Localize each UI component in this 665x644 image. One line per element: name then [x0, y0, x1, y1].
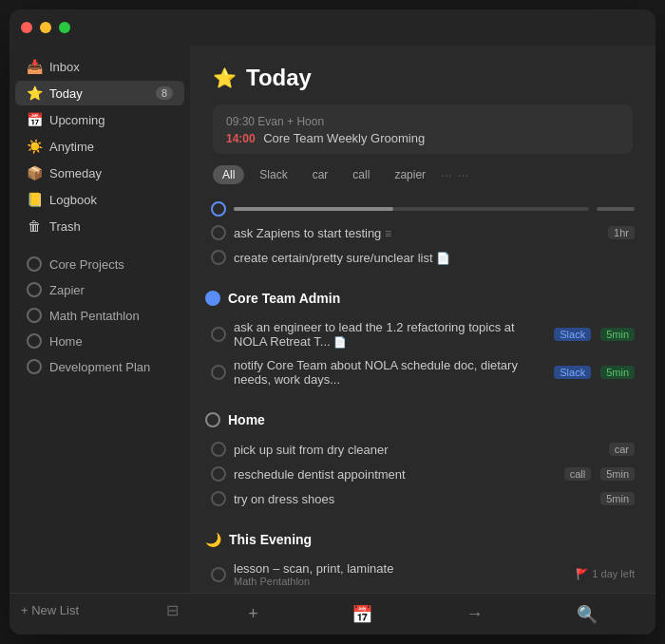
task-tag-5min-4: 5min — [600, 492, 635, 505]
moon-icon: 🌙 — [205, 532, 221, 547]
task-tag-slack-2: Slack — [554, 366, 591, 379]
sidebar-label-home: Home — [49, 334, 83, 349]
sidebar-item-inbox[interactable]: 📥 Inbox — [15, 54, 184, 79]
task-row[interactable]: reschedule dentist appointment call 5min — [205, 462, 640, 486]
anytime-icon: ☀️ — [27, 139, 42, 154]
progress-checkbox[interactable] — [211, 201, 226, 217]
core-team-icon — [205, 291, 220, 306]
inbox-icon: 📥 — [27, 59, 42, 74]
sidebar-item-anytime[interactable]: ☀️ Anytime — [15, 134, 184, 159]
task-checkbox[interactable] — [211, 466, 226, 482]
sidebar-item-upcoming[interactable]: 📅 Upcoming — [15, 107, 184, 132]
sidebar-project-math[interactable]: Math Pentathlon — [15, 303, 184, 328]
today-badge: 8 — [156, 86, 173, 100]
progress-bar-wrap — [234, 207, 589, 211]
task-group-home: Home pick up suit from dry cleaner car r… — [205, 410, 640, 511]
task-checkbox[interactable] — [211, 365, 226, 380]
task-text: notify Core Team about NOLA schedule doc… — [234, 358, 544, 387]
new-list-label: + New List — [21, 603, 79, 617]
task-checkbox[interactable] — [211, 567, 226, 582]
calendar-block[interactable]: 09:30 Evan + Hoon 14:00 Core Team Weekly… — [213, 104, 633, 154]
task-text: ask an engineer to lead the 1.2 refactor… — [234, 320, 544, 349]
task-row[interactable]: pick up suit from dry cleaner car — [205, 437, 640, 462]
filter-bar: All Slack car call zapier ··· ··· — [213, 165, 633, 184]
filter-zapier-button[interactable]: zapier — [385, 165, 435, 184]
task-text: try on dress shoes — [234, 492, 591, 506]
task-checkbox[interactable] — [211, 491, 226, 506]
page-title-text: Today — [246, 65, 312, 91]
project-circle-math — [27, 308, 42, 323]
upcoming-icon: 📅 — [27, 112, 42, 127]
task-tag-5min-2: 5min — [600, 366, 635, 379]
add-button[interactable]: + — [240, 600, 266, 628]
sidebar-label-anytime: Anytime — [49, 140, 94, 154]
home-circle-icon — [205, 412, 220, 427]
sidebar-item-logbook[interactable]: 📒 Logbook — [15, 187, 184, 212]
cal-event-title: Core Team Weekly Grooming — [263, 131, 425, 145]
filter-car-button[interactable]: car — [303, 165, 338, 184]
filter-extra-button[interactable]: ··· — [458, 167, 469, 182]
sidebar-project-home[interactable]: Home — [15, 329, 184, 353]
sidebar-label-someday: Someday — [49, 166, 102, 180]
content-header: ⭐ Today 09:30 Evan + Hoon 14:00 Core Tea… — [190, 46, 656, 198]
sidebar-item-today[interactable]: ⭐ Today 8 — [15, 81, 184, 105]
sidebar-label-trash: Trash — [49, 219, 81, 234]
task-checkbox[interactable] — [211, 442, 226, 457]
someday-icon: 📦 — [27, 165, 42, 180]
group-header-evening: 🌙 This Evening — [205, 530, 640, 549]
content-area: ⭐ Today 09:30 Evan + Hoon 14:00 Core Tea… — [190, 46, 656, 635]
progress-row — [205, 198, 640, 220]
task-text: lesson – scan, print, laminate Math Pent… — [234, 561, 568, 587]
filter-icon[interactable]: ⊟ — [166, 601, 179, 619]
group-header-core-team-admin: Core Team Admin — [205, 289, 640, 308]
task-sub-text: Math Pentathlon — [234, 576, 568, 587]
page-title-row: ⭐ Today — [213, 65, 633, 91]
task-row[interactable]: ask an engineer to lead the 1.2 refactor… — [205, 315, 640, 353]
maximize-button[interactable] — [59, 22, 70, 33]
task-checkbox[interactable] — [211, 327, 226, 342]
task-text: pick up suit from dry cleaner — [234, 443, 599, 457]
task-row[interactable]: lesson – scan, print, laminate Math Pent… — [205, 557, 640, 592]
task-row[interactable]: notify Core Team about NOLA schedule doc… — [205, 353, 640, 391]
page-star-icon: ⭐ — [213, 66, 237, 89]
minimize-button[interactable] — [40, 22, 51, 33]
sidebar-project-core[interactable]: Core Projects — [15, 252, 184, 276]
titlebar — [10, 9, 656, 46]
trash-icon: 🗑 — [27, 218, 42, 234]
close-button[interactable] — [21, 22, 32, 33]
task-row[interactable]: ask Zapiens to start testing ≡ 1hr — [205, 220, 640, 245]
task-text: ask Zapiens to start testing ≡ — [234, 226, 598, 240]
bottom-bar: + 📅 → 🔍 — [190, 593, 656, 635]
task-group-evening: 🌙 This Evening lesson – scan, print, lam… — [205, 530, 640, 592]
project-circle-zapier — [27, 282, 42, 297]
task-group-core-team-admin: Core Team Admin ask an engineer to lead … — [205, 289, 640, 391]
cal-time-gray: 09:30 Evan + Hoon — [226, 115, 324, 128]
sidebar-project-devplan[interactable]: Development Plan — [15, 354, 184, 379]
filter-slack-button[interactable]: Slack — [250, 165, 296, 184]
arrow-button[interactable]: → — [458, 600, 490, 628]
task-tag-call: call — [564, 467, 592, 481]
task-text: reschedule dentist appointment — [234, 467, 555, 482]
sidebar-item-trash[interactable]: 🗑 Trash — [15, 214, 184, 238]
task-tag-1hr: 1hr — [608, 226, 635, 239]
sidebar-label-devplan: Development Plan — [49, 360, 150, 374]
task-row[interactable]: try on dress shoes 5min — [205, 486, 640, 511]
sidebar-project-zapier[interactable]: Zapier — [15, 277, 184, 302]
sidebar-item-someday[interactable]: 📦 Someday — [15, 161, 184, 185]
task-group-ungrouped: ask Zapiens to start testing ≡ 1hr creat… — [205, 220, 640, 270]
new-list-button[interactable]: + New List — [21, 603, 79, 617]
filter-more-button[interactable]: ··· — [441, 167, 452, 182]
calendar-bottom-button[interactable]: 📅 — [344, 600, 380, 629]
task-checkbox[interactable] — [211, 225, 226, 240]
task-tag-5min-3: 5min — [600, 467, 635, 481]
task-tag-5min-1: 5min — [600, 328, 635, 341]
project-circle-home — [27, 333, 42, 349]
sidebar-label-core: Core Projects — [49, 257, 124, 272]
filter-all-button[interactable]: All — [213, 165, 244, 184]
search-button[interactable]: 🔍 — [569, 600, 605, 629]
group-title-core-team-admin: Core Team Admin — [228, 291, 340, 306]
task-checkbox[interactable] — [211, 250, 226, 265]
project-circle-devplan — [27, 359, 42, 374]
filter-call-button[interactable]: call — [343, 165, 379, 184]
task-row[interactable]: create certain/pretty sure/unclear list … — [205, 245, 640, 270]
